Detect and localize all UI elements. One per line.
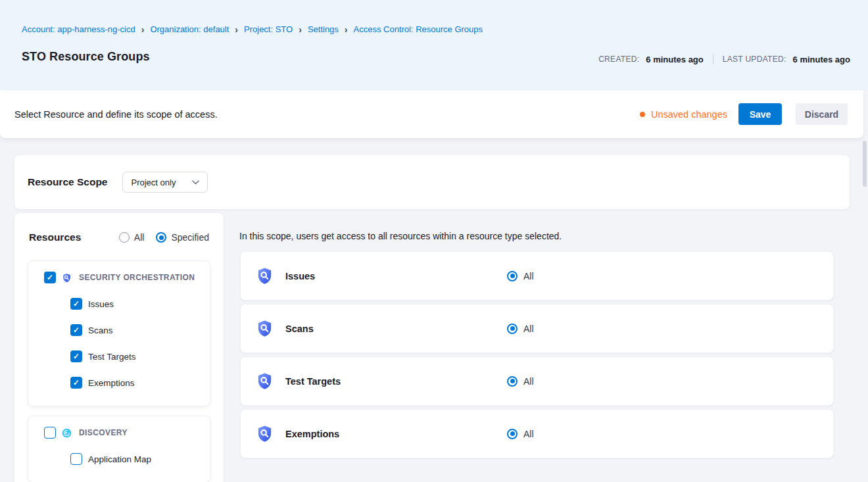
resource-scope-dropdown-value: Project only [131, 178, 176, 187]
test-targets-checkbox[interactable] [70, 350, 82, 362]
discard-button[interactable]: Discard [796, 103, 848, 125]
radar-icon [62, 428, 72, 438]
page-title: STO Resource Groups [22, 50, 150, 64]
access-label: All [523, 324, 534, 334]
row-label: Exemptions [285, 429, 339, 439]
access-all-radio[interactable]: All [507, 376, 534, 387]
radio-specified-label: Specified [171, 232, 209, 243]
unsaved-changes-dot-icon [640, 112, 645, 117]
radio-specified[interactable]: Specified [156, 232, 209, 243]
toolbar-description: Select Resource and define its scope of … [14, 109, 218, 120]
shield-search-icon [256, 320, 274, 337]
access-label: All [523, 271, 534, 281]
access-all-radio[interactable]: All [507, 324, 534, 334]
resource-scope-card: Resource Scope Project only [14, 155, 850, 209]
resource-scope-heading: Resource Scope [28, 176, 107, 188]
shield-search-icon [256, 372, 274, 390]
item-label: Application Map [88, 454, 151, 464]
resource-row-scans: Scans All [240, 304, 834, 353]
group-item-test-targets: Test Targets [28, 350, 210, 362]
exemptions-checkbox[interactable] [70, 377, 82, 389]
chevron-right-icon: › [141, 24, 145, 34]
breadcrumb-organization[interactable]: Organization: default [150, 24, 229, 34]
radio-selected-icon[interactable] [507, 271, 518, 281]
breadcrumb-settings[interactable]: Settings [308, 24, 339, 34]
group-item-issues: Issues [28, 298, 210, 310]
toolbar-actions: Unsaved changes Save Discard [640, 103, 863, 125]
group-item-scans: Scans [28, 324, 210, 336]
toolbar: Select Resource and define its scope of … [0, 90, 863, 138]
scope-description: In this scope, users get access to all r… [239, 231, 562, 241]
save-button[interactable]: Save [738, 103, 782, 125]
breadcrumb-project[interactable]: Project: STO [244, 24, 293, 34]
group-item-exemptions: Exemptions [28, 377, 210, 389]
chevron-right-icon: › [299, 24, 302, 34]
breadcrumb-account[interactable]: Account: app-harness-ng-cicd [22, 24, 135, 34]
row-label: Issues [285, 271, 315, 281]
radio-selected-icon[interactable] [507, 324, 518, 334]
chevron-right-icon: › [235, 24, 238, 34]
security-orchestration-checkbox[interactable] [44, 272, 56, 283]
access-label: All [523, 429, 534, 439]
row-label: Scans [285, 324, 314, 334]
last-updated-label: LAST UPDATED: [723, 55, 786, 64]
resources-filter-radio-group: All Specified [119, 232, 209, 243]
breadcrumb-access-control[interactable]: Access Control: Resource Groups [354, 24, 483, 34]
group-label: DISCOVERY [79, 428, 128, 437]
unsaved-changes-text: Unsaved changes [651, 109, 727, 120]
group-item-application-map: Application Map [28, 453, 210, 465]
radio-selected-icon[interactable] [507, 429, 518, 439]
page-header: Account: app-harness-ng-cicd › Organizat… [0, 0, 868, 90]
chevron-down-icon [192, 180, 199, 185]
group-label: SECURITY ORCHESTRATION [79, 273, 195, 282]
resource-row-exemptions: Exemptions All [240, 409, 834, 458]
vertical-scrollbar-thumb[interactable] [863, 141, 867, 187]
item-label: Issues [88, 299, 114, 309]
resources-panel: Resources All Specified SECURITY ORCHEST… [14, 213, 224, 482]
chevron-right-icon: › [345, 24, 348, 34]
shield-search-icon [256, 425, 274, 443]
created-value: 6 minutes ago [646, 55, 703, 64]
item-label: Test Targets [88, 352, 136, 362]
breadcrumb: Account: app-harness-ng-cicd › Organizat… [22, 24, 483, 34]
discovery-checkbox[interactable] [44, 427, 56, 439]
resource-row-issues: Issues All [240, 251, 834, 301]
issues-checkbox[interactable] [70, 298, 82, 310]
row-label: Test Targets [285, 376, 341, 387]
item-label: Exemptions [88, 378, 135, 388]
shield-search-icon [256, 267, 274, 285]
application-map-checkbox[interactable] [70, 453, 82, 465]
radio-all-label: All [134, 232, 145, 243]
item-label: Scans [88, 325, 113, 335]
group-header: SECURITY ORCHESTRATION [28, 272, 210, 283]
header-meta: CREATED: 6 minutes ago LAST UPDATED: 6 m… [598, 54, 850, 64]
resource-scope-dropdown[interactable]: Project only [122, 172, 208, 193]
last-updated-value: 6 minutes ago [793, 55, 850, 64]
resource-group-security-orchestration: SECURITY ORCHESTRATION Issues Scans Test… [28, 260, 210, 406]
meta-divider [713, 54, 713, 64]
access-all-radio[interactable]: All [507, 271, 534, 281]
resources-heading: Resources [29, 231, 81, 243]
radio-selected-icon[interactable] [507, 376, 518, 387]
resources-header: Resources All Specified [28, 231, 210, 243]
scans-checkbox[interactable] [70, 324, 82, 336]
radio-specified-icon[interactable] [156, 232, 166, 243]
radio-all[interactable]: All [119, 232, 145, 243]
access-label: All [523, 376, 534, 387]
created-label: CREATED: [598, 55, 639, 64]
group-header: DISCOVERY [28, 427, 210, 439]
radio-all-icon[interactable] [119, 232, 130, 243]
shield-search-icon [62, 273, 72, 283]
resource-row-test-targets: Test Targets All [240, 356, 834, 406]
access-all-radio[interactable]: All [507, 429, 534, 439]
resource-group-discovery: DISCOVERY Application Map [28, 416, 210, 482]
